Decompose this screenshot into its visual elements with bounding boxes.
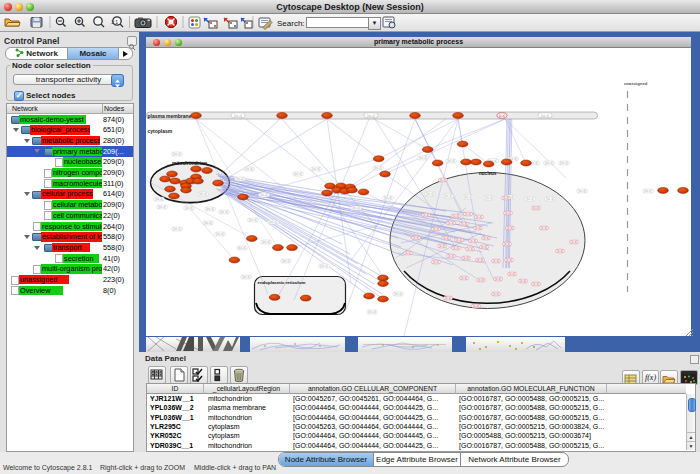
svg-text:(x..x): (x..x) xyxy=(493,292,499,296)
svg-text:[xx..x]: [xx..x] xyxy=(269,220,277,224)
svg-text:[xx..x]: [xx..x] xyxy=(367,114,375,118)
svg-text:(x..x): (x..x) xyxy=(413,236,419,240)
svg-text:(x..x): (x..x) xyxy=(478,278,484,282)
svg-text:(x..x): (x..x) xyxy=(439,244,445,248)
svg-text:(x..x): (x..x) xyxy=(461,276,467,280)
svg-text:(x..x): (x..x) xyxy=(445,296,451,300)
svg-text:[xx..x]: [xx..x] xyxy=(294,172,302,176)
svg-text:[xx..x]: [xx..x] xyxy=(560,161,568,165)
svg-text:(x..x): (x..x) xyxy=(453,214,459,218)
svg-text:(x..x): (x..x) xyxy=(499,114,505,118)
svg-text:(x..x): (x..x) xyxy=(465,212,471,216)
svg-text:[xx..x]: [xx..x] xyxy=(419,156,427,160)
svg-text:[xx..x]: [xx..x] xyxy=(206,207,214,211)
svg-text:(x..x): (x..x) xyxy=(481,245,487,249)
svg-text:[xx..x]: [xx..x] xyxy=(262,240,270,244)
svg-text:(x..x): (x..x) xyxy=(520,279,526,283)
svg-text:(x..x): (x..x) xyxy=(477,258,483,262)
svg-text:[xx..x]: [xx..x] xyxy=(447,159,455,163)
svg-text:(x..x): (x..x) xyxy=(470,239,476,243)
svg-text:[xx..x]: [xx..x] xyxy=(234,114,242,118)
svg-text:[xx..x]: [xx..x] xyxy=(312,167,320,171)
svg-text:[xx..x]: [xx..x] xyxy=(236,177,244,181)
svg-text:[xx..x]: [xx..x] xyxy=(368,310,376,314)
svg-text:(x..x): (x..x) xyxy=(506,258,512,262)
svg-text:(x..x): (x..x) xyxy=(440,178,446,182)
svg-text:(x..x): (x..x) xyxy=(423,213,429,217)
svg-text:(x..x): (x..x) xyxy=(456,238,462,242)
svg-text:[xx..x]: [xx..x] xyxy=(444,194,452,198)
svg-text:[xx..x]: [xx..x] xyxy=(644,189,652,193)
svg-text:(x..x): (x..x) xyxy=(503,196,509,200)
svg-text:unassigned: unassigned xyxy=(624,81,648,86)
svg-text:[xx..x]: [xx..x] xyxy=(541,114,549,118)
svg-text:[xx..x]: [xx..x] xyxy=(173,152,181,156)
svg-text:(x..x): (x..x) xyxy=(473,304,479,308)
svg-text:(x..x): (x..x) xyxy=(443,236,449,240)
svg-text:[xx..x]: [xx..x] xyxy=(204,221,212,225)
svg-text:(x..x): (x..x) xyxy=(533,282,539,286)
svg-text:[xx..x]: [xx..x] xyxy=(173,227,181,231)
svg-text:[xx..x]: [xx..x] xyxy=(260,193,268,197)
svg-text:[xx..x]: [xx..x] xyxy=(216,232,224,236)
svg-text:(x..x): (x..x) xyxy=(433,227,439,231)
svg-text:cytoplasm: cytoplasm xyxy=(148,128,173,134)
svg-text:[xx..x]: [xx..x] xyxy=(485,196,493,200)
svg-text:[xx..x]: [xx..x] xyxy=(464,195,472,199)
svg-text:(x..x): (x..x) xyxy=(505,211,511,215)
svg-text:(x..x): (x..x) xyxy=(448,221,454,225)
svg-text:1:1: 1:1 xyxy=(111,19,118,25)
svg-text:endoplasmic reticulum: endoplasmic reticulum xyxy=(258,280,306,285)
svg-text:(x..x): (x..x) xyxy=(493,259,499,263)
svg-text:(x..x): (x..x) xyxy=(507,226,513,230)
svg-text:[xx..x]: [xx..x] xyxy=(384,196,392,200)
svg-text:(x..x): (x..x) xyxy=(533,206,539,210)
svg-text:mitochondrion: mitochondrion xyxy=(172,160,207,166)
svg-text:(x..x): (x..x) xyxy=(557,249,563,253)
svg-text:(x..x): (x..x) xyxy=(495,277,501,281)
svg-text:plasma membrane: plasma membrane xyxy=(148,113,192,119)
svg-text:[xx..x]: [xx..x] xyxy=(155,197,163,201)
svg-text:[xx..x]: [xx..x] xyxy=(394,292,402,296)
svg-text:[xx..x]: [xx..x] xyxy=(546,197,554,201)
svg-text:nucleus: nucleus xyxy=(479,171,497,176)
svg-text:(x..x): (x..x) xyxy=(504,242,510,246)
svg-text:(x..x): (x..x) xyxy=(483,236,489,240)
svg-text:(x..x): (x..x) xyxy=(463,256,469,260)
svg-text:[xx..x]: [xx..x] xyxy=(545,161,553,165)
svg-text:[xx..x]: [xx..x] xyxy=(282,259,290,263)
svg-text:[xx..x]: [xx..x] xyxy=(242,275,250,279)
svg-text:(x..x): (x..x) xyxy=(448,254,454,258)
svg-text:(x..x): (x..x) xyxy=(571,240,577,244)
svg-text:[xx..x]: [xx..x] xyxy=(426,192,434,196)
svg-text:[xx..x]: [xx..x] xyxy=(158,205,166,209)
svg-text:[xx..x]: [xx..x] xyxy=(238,246,246,250)
svg-text:(x..x): (x..x) xyxy=(453,246,459,250)
svg-text:[xx..x]: [xx..x] xyxy=(245,167,253,171)
svg-text:[xx..x]: [xx..x] xyxy=(220,210,228,214)
svg-text:(x..x): (x..x) xyxy=(476,215,482,219)
svg-text:[xx..x]: [xx..x] xyxy=(320,264,328,268)
svg-text:[xx..x]: [xx..x] xyxy=(374,166,382,170)
svg-text:(x..x): (x..x) xyxy=(405,251,411,255)
svg-text:(x..x): (x..x) xyxy=(541,226,547,230)
svg-text:(x..x): (x..x) xyxy=(467,247,473,251)
svg-text:(x..x): (x..x) xyxy=(475,226,481,230)
svg-text:[xx..x]: [xx..x] xyxy=(352,206,360,210)
svg-text:(x..x): (x..x) xyxy=(461,222,467,226)
svg-text:[xx..x]: [xx..x] xyxy=(526,197,534,201)
svg-text:[xx..x]: [xx..x] xyxy=(578,189,586,193)
svg-text:[xx..x]: [xx..x] xyxy=(199,192,207,196)
svg-text:(x..x): (x..x) xyxy=(509,272,515,276)
svg-text:[xx..x]: [xx..x] xyxy=(185,206,193,210)
svg-text:[xx..x]: [xx..x] xyxy=(249,218,257,222)
svg-text:(x..x): (x..x) xyxy=(433,260,439,264)
